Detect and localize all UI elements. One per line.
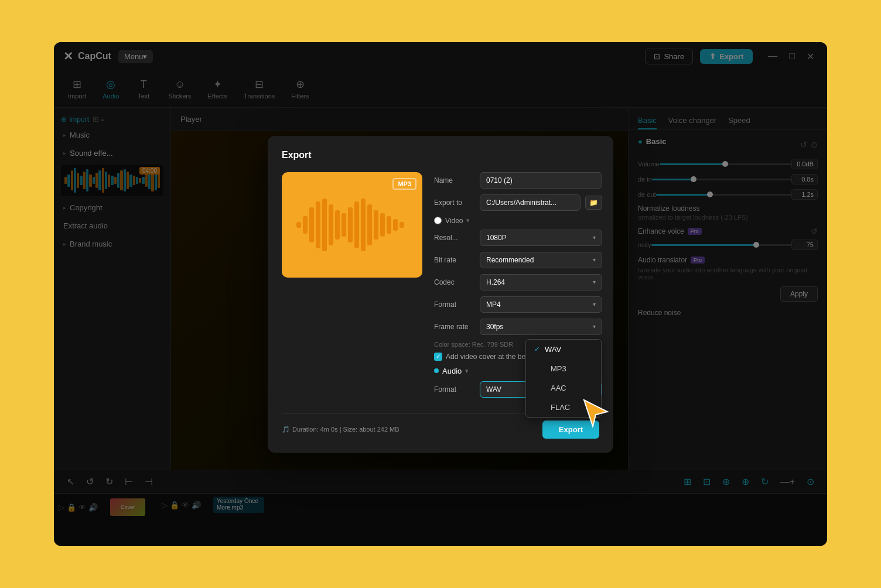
resolution-select[interactable]: 1080P ▾ [480, 230, 602, 246]
dropdown-item-wav[interactable]: ✓ WAV [526, 340, 601, 359]
codec-row: Codec H.264 ▾ [434, 274, 602, 290]
folder-button[interactable]: 📁 [585, 196, 602, 210]
resolution-row: Resol... 1080P ▾ [434, 230, 602, 246]
video-section-header: Video ▾ [434, 217, 602, 225]
export-modal: Export MP3 [268, 136, 613, 453]
svg-rect-4 [322, 199, 327, 251]
bitrate-select[interactable]: Recommended ▾ [480, 252, 602, 268]
svg-rect-0 [296, 222, 301, 228]
framerate-row: Frame rate 30fps ▾ [434, 319, 602, 335]
export-preview: MP3 [282, 172, 422, 278]
format-select[interactable]: MP4 ▾ [480, 296, 602, 313]
cursor-arrow [578, 394, 613, 429]
modal-title: Export [282, 150, 599, 160]
svg-rect-11 [367, 204, 372, 245]
svg-rect-7 [342, 213, 346, 237]
export-to-row: Export to 📁 [434, 194, 602, 211]
svg-rect-3 [316, 201, 320, 248]
codec-select[interactable]: H.264 ▾ [480, 274, 602, 290]
svg-rect-14 [387, 216, 391, 234]
export-path-input[interactable] [480, 194, 580, 211]
bitrate-row: Bit rate Recommended ▾ [434, 252, 602, 268]
svg-rect-8 [348, 207, 353, 242]
svg-rect-1 [303, 216, 308, 234]
check-icon: ✓ [534, 345, 540, 353]
svg-rect-15 [393, 219, 398, 231]
svg-rect-13 [380, 213, 385, 237]
video-radio[interactable] [434, 217, 442, 224]
framerate-select[interactable]: 30fps ▾ [480, 319, 602, 335]
checkbox-checked: ✓ [434, 353, 442, 361]
modal-overlay: Export MP3 [54, 42, 827, 546]
svg-rect-16 [399, 222, 404, 228]
svg-rect-5 [329, 204, 333, 245]
duration-info: 🎵 Duration: 4m 0s | Size: about 242 MB [282, 426, 399, 433]
name-input[interactable] [480, 172, 602, 189]
mp3-badge: MP3 [392, 178, 416, 190]
format-row: Format MP4 ▾ [434, 296, 602, 313]
svg-rect-2 [309, 207, 314, 242]
audio-waveform [293, 196, 411, 254]
svg-rect-6 [335, 210, 340, 240]
svg-rect-12 [374, 210, 378, 240]
dropdown-item-mp3[interactable]: MP3 [526, 359, 601, 378]
svg-marker-17 [584, 400, 607, 426]
svg-rect-10 [361, 199, 366, 251]
svg-rect-9 [354, 201, 359, 248]
name-row: Name [434, 172, 602, 189]
